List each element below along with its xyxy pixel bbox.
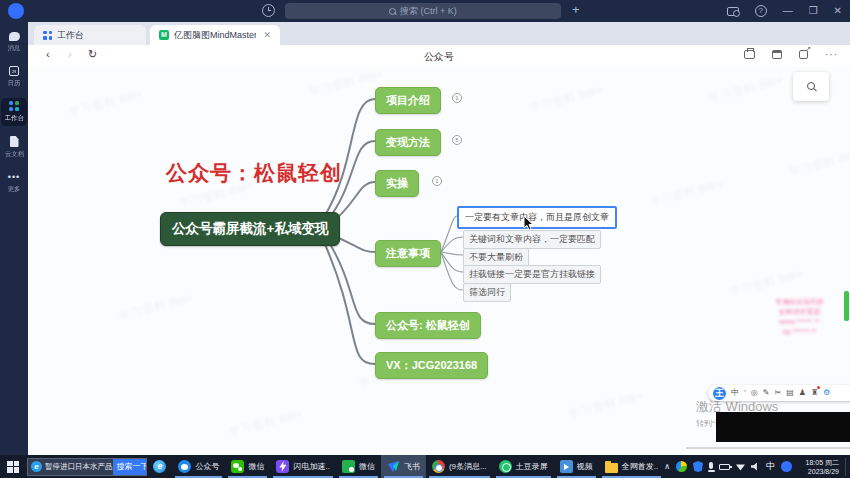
taskbar-app-tudou[interactable]: 土豆录屏 — [493, 455, 554, 478]
more-icon: ••• — [8, 172, 20, 182]
network-icon[interactable] — [736, 463, 745, 471]
browser-icon — [178, 460, 191, 473]
search-now-button[interactable]: 搜索一下 — [113, 458, 148, 476]
history-icon[interactable] — [262, 4, 275, 17]
antivirus-icon[interactable] — [676, 461, 687, 472]
screen-cast-icon[interactable] — [727, 7, 739, 16]
battery-icon[interactable] — [719, 464, 730, 470]
mindmaster-tab-icon: M — [159, 30, 169, 40]
new-tab-button[interactable]: + — [572, 2, 580, 17]
windows-taskbar: e 暂停进口日本水产品 搜索一下 e 公众号 微信 闪电加速.. 微信 飞书 (… — [0, 455, 850, 478]
tab-close-icon[interactable]: ✕ — [263, 30, 271, 40]
mindmap-note[interactable]: 筛选同行 — [463, 283, 511, 302]
collapse-badge[interactable]: 5 — [452, 135, 462, 145]
chrome-icon — [432, 460, 445, 473]
mindmap-node[interactable]: 实操 — [375, 170, 419, 197]
message-icon — [9, 32, 20, 41]
taskbar-app-wechat[interactable]: 微信 — [225, 455, 270, 478]
minimize-button[interactable]: — — [783, 0, 793, 22]
tray-app-icon[interactable] — [781, 461, 792, 472]
help-icon[interactable]: ? — [755, 5, 767, 17]
sidebar-item-docs[interactable]: 云文档 — [0, 133, 28, 162]
tab-workbench[interactable]: 工作台 — [34, 25, 146, 45]
ime-mode-chinese[interactable]: 中 — [731, 386, 739, 400]
mindmap-note[interactable]: 挂载链接一定要是官方挂载链接 — [463, 265, 601, 284]
screen-recorder-icon — [499, 460, 512, 473]
ie-icon: e — [153, 460, 166, 473]
ime-handwrite-icon[interactable]: ✎ — [763, 386, 770, 400]
taskbar-search-box[interactable]: e 暂停进口日本水产品 搜索一下 — [27, 458, 147, 476]
mindmap-canvas[interactable]: 学习资料 8W+ 学习资料 8W+ 学习资料 8W+ 学习资料 8W+ 学习资料… — [28, 67, 850, 455]
cloud-doc-icon — [10, 136, 19, 147]
collapse-badge[interactable]: 1 — [452, 93, 462, 103]
app-sidebar: 消息 日历 工作台 云文档 ••• 更多 — [0, 22, 28, 455]
ime-clip-icon[interactable]: ✂ — [774, 386, 781, 400]
calendar-icon — [9, 66, 19, 76]
avatar[interactable] — [8, 3, 24, 19]
search-icon — [389, 8, 396, 15]
workbench-tab-icon — [43, 31, 52, 40]
pink-watermark: 专属粉丝福利群 全网课程更新 www.******.** vip.******.… — [752, 297, 847, 337]
taskbar-clock[interactable]: 18:05 周二 2023/8/29 — [800, 458, 846, 476]
system-tray: ∧ 中 18:05 周二 2023/8/29 — [664, 458, 850, 476]
doc-title: 公众号 — [28, 50, 850, 64]
mindmap-central-node[interactable]: 公众号霸屏截流+私域变现 — [160, 212, 340, 246]
mindmap-node[interactable]: 变现方法 — [375, 129, 441, 156]
mindmap-node[interactable]: 注意事项 — [375, 240, 441, 267]
ime-account-icon[interactable]: ♟ — [799, 386, 806, 400]
microphone-icon[interactable] — [709, 462, 713, 469]
taskbar-app-video[interactable]: 视频 — [554, 455, 599, 478]
shield-icon[interactable] — [693, 461, 703, 472]
wechat-window-icon — [342, 460, 355, 473]
start-button[interactable] — [7, 461, 19, 473]
ime-toolbar[interactable]: 王 中 ’ ◎ ✎ ✂ ▤ ♟ ♜ ⚙ — [708, 385, 850, 401]
taskbar-app-wechat-window[interactable]: 微信 — [336, 455, 381, 478]
mindmap-note[interactable]: 关键词和文章内容，一定要匹配 — [463, 230, 601, 249]
ime-emoji-icon[interactable]: ◎ — [751, 386, 758, 400]
ime-skin-icon[interactable]: ♜ — [811, 386, 818, 400]
folder-icon — [605, 463, 618, 473]
scrollbar-thumb[interactable] — [844, 291, 849, 321]
search-icon — [807, 82, 816, 91]
horizontal-scrollbar[interactable] — [686, 447, 850, 449]
open-in-new-icon[interactable] — [799, 50, 808, 59]
mindmap-node[interactable]: 项目介绍 — [375, 87, 441, 114]
feishu-icon — [387, 460, 400, 473]
window-titlebar: 搜索 (Ctrl + K) + ? — ❐ ✕ — [0, 0, 850, 22]
taskbar-app-feishu[interactable]: 飞书 — [381, 455, 426, 478]
sidebar-item-more[interactable]: ••• 更多 — [0, 169, 28, 197]
taskbar-app-chrome[interactable]: (9条消息... — [426, 455, 493, 478]
global-search-input[interactable]: 搜索 (Ctrl + K) — [285, 3, 561, 19]
canvas-search-button[interactable] — [793, 72, 829, 101]
lightning-icon — [276, 460, 289, 473]
taskbar-app-folder[interactable]: 全网首发.. — [599, 455, 664, 478]
collapse-badge[interactable]: 1 — [432, 176, 442, 186]
mindmap-node[interactable]: VX：JCG2023168 — [375, 352, 488, 379]
ime-settings-icon[interactable]: ⚙ — [823, 386, 830, 400]
tray-expand-icon[interactable]: ∧ — [664, 462, 670, 471]
mindmap-node[interactable]: 公众号: 松鼠轻创 — [375, 312, 481, 339]
ime-indicator[interactable]: 中 — [766, 460, 775, 473]
workbench-icon — [9, 101, 19, 111]
news-icon: e — [31, 461, 42, 472]
window-icon[interactable] — [772, 50, 782, 59]
black-cover-box — [716, 412, 850, 442]
maximize-button[interactable]: ❐ — [809, 0, 818, 22]
close-button[interactable]: ✕ — [834, 0, 842, 22]
wechat-icon — [231, 460, 244, 473]
volume-icon[interactable] — [751, 463, 760, 471]
ime-punctuation-icon[interactable]: ’ — [744, 386, 746, 400]
taskbar-app-ie[interactable]: e — [147, 455, 172, 478]
ime-keyboard-icon[interactable]: ▤ — [786, 386, 794, 400]
mindmap-note-selected[interactable]: 一定要有文章内容，而且是原创文章 — [457, 206, 617, 229]
taskbar-app-accelerator[interactable]: 闪电加速.. — [270, 455, 335, 478]
sidebar-item-messages[interactable]: 消息 — [0, 29, 28, 56]
ime-logo[interactable]: 王 — [713, 387, 726, 400]
print-icon[interactable] — [744, 50, 755, 59]
sidebar-item-workbench[interactable]: 工作台 — [1, 98, 27, 126]
tab-mindmaster[interactable]: M 亿图脑图MindMaster ✕ — [150, 25, 280, 45]
toolbar-more-icon[interactable]: ··· — [825, 49, 838, 60]
taskbar-app-gongzhonghao[interactable]: 公众号 — [172, 455, 225, 478]
red-watermark-text: 公众号：松鼠轻创 — [166, 159, 342, 187]
sidebar-item-calendar[interactable]: 日历 — [0, 63, 28, 91]
